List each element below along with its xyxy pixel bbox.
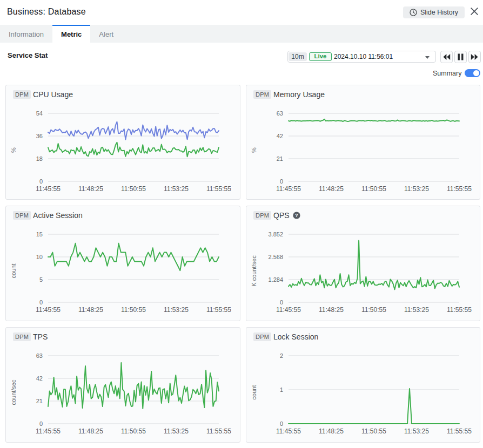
svg-text:11:55:55: 11:55:55 [206,185,231,193]
svg-text:11:55:55: 11:55:55 [206,427,231,435]
svg-text:11:53:25: 11:53:25 [164,185,189,193]
svg-text:11:55:55: 11:55:55 [447,427,472,435]
svg-text:11:50:55: 11:50:55 [361,185,386,193]
svg-text:3.852: 3.852 [268,231,283,237]
svg-text:11:53:25: 11:53:25 [404,185,429,193]
svg-text:count: count [251,385,257,400]
svg-text:63: 63 [36,352,43,359]
svg-text:63: 63 [277,110,283,117]
svg-text:21: 21 [36,398,43,404]
svg-text:11:48:25: 11:48:25 [319,185,344,193]
svg-text:11:53:25: 11:53:25 [164,306,189,314]
svg-text:36: 36 [36,133,43,139]
svg-text:11:50:55: 11:50:55 [121,427,146,435]
svg-text:1: 1 [280,386,283,393]
svg-text:11:45:55: 11:45:55 [276,185,301,193]
svg-text:0: 0 [280,299,283,306]
svg-text:11:55:55: 11:55:55 [206,306,231,314]
svg-text:0: 0 [280,420,283,427]
svg-text:0: 0 [39,420,43,427]
svg-text:11:53:25: 11:53:25 [404,427,429,435]
svg-text:0: 0 [39,178,43,185]
svg-text:11:50:55: 11:50:55 [361,306,386,314]
svg-text:11:55:55: 11:55:55 [447,306,472,314]
svg-text:11:53:25: 11:53:25 [164,427,189,435]
svg-text:11:45:55: 11:45:55 [276,306,301,314]
svg-text:11:45:55: 11:45:55 [36,306,61,314]
svg-text:11:50:55: 11:50:55 [361,427,386,435]
svg-text:21: 21 [277,155,283,162]
svg-text:54: 54 [36,110,43,117]
svg-text:11:50:55: 11:50:55 [121,185,146,193]
svg-text:11:48:25: 11:48:25 [319,306,344,314]
svg-text:%: % [251,147,257,153]
svg-text:11:45:55: 11:45:55 [36,427,61,435]
svg-text:11:48:25: 11:48:25 [78,185,103,193]
svg-text:11:48:25: 11:48:25 [78,427,103,435]
svg-text:15: 15 [36,231,43,237]
svg-text:42: 42 [277,133,283,139]
svg-text:count/sec: count/sec [10,379,17,405]
svg-text:11:48:25: 11:48:25 [78,306,103,314]
svg-text:11:53:25: 11:53:25 [404,306,429,314]
svg-text:%: % [10,147,17,153]
svg-text:5: 5 [39,276,43,283]
svg-text:K count/sec: K count/sec [251,255,257,287]
svg-text:42: 42 [36,375,43,382]
svg-text:11:50:55: 11:50:55 [121,306,146,314]
svg-text:18: 18 [36,155,43,162]
svg-text:0: 0 [39,299,43,306]
svg-text:?: ? [295,212,298,218]
svg-text:11:48:25: 11:48:25 [319,427,344,435]
svg-text:11:55:55: 11:55:55 [447,185,472,193]
svg-text:1.284: 1.284 [268,276,283,283]
svg-text:10: 10 [36,254,43,260]
svg-text:11:45:55: 11:45:55 [276,427,301,435]
svg-text:count: count [10,264,17,279]
svg-text:2.568: 2.568 [268,254,283,260]
svg-text:0: 0 [280,178,283,185]
svg-text:2: 2 [280,352,283,359]
svg-text:11:45:55: 11:45:55 [36,185,61,193]
